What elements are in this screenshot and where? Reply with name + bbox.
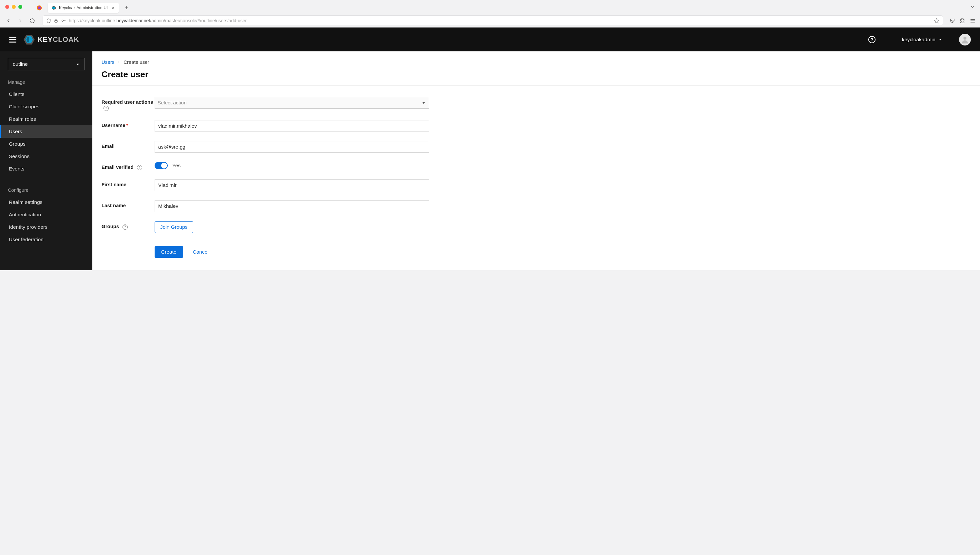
username-label: keycloakadmin: [902, 37, 935, 43]
sidebar: outline Manage Clients Client scopes Rea…: [0, 51, 92, 270]
nav-label: Client scopes: [9, 104, 39, 109]
user-menu[interactable]: keycloakadmin: [902, 37, 942, 43]
breadcrumb-current: Create user: [124, 59, 149, 65]
keycloak-favicon-icon: [51, 5, 56, 10]
svg-point-1: [38, 6, 41, 10]
svg-point-17: [963, 36, 966, 39]
help-icon[interactable]: ?: [122, 225, 128, 230]
app-header: KEYCLOAK ? keycloakadmin: [0, 27, 980, 51]
window-maximize-button[interactable]: [18, 5, 22, 9]
nav-client-scopes[interactable]: Client scopes: [0, 101, 92, 113]
forward-button[interactable]: [16, 17, 24, 24]
select-placeholder: Select action: [158, 100, 187, 106]
breadcrumb-users-link[interactable]: Users: [101, 59, 114, 65]
nav-users[interactable]: Users: [0, 125, 92, 138]
brand-logo[interactable]: KEYCLOAK: [24, 35, 79, 45]
help-icon[interactable]: ?: [137, 165, 142, 170]
svg-marker-9: [934, 18, 939, 23]
tab-title: Keycloak Administration UI: [59, 6, 108, 10]
svg-marker-18: [77, 64, 79, 65]
join-groups-button[interactable]: Join Groups: [154, 221, 193, 233]
url-bar[interactable]: https://keycloak.outline.heyvaldemar.net…: [43, 15, 943, 26]
caret-down-icon: [76, 63, 80, 66]
shield-icon: [46, 18, 51, 23]
hamburger-menu-button[interactable]: [9, 37, 16, 43]
help-icon[interactable]: ?: [868, 36, 875, 43]
breadcrumb: Users Create user: [101, 59, 971, 65]
nav-label: Groups: [9, 141, 26, 147]
nav-label: Users: [9, 128, 22, 134]
label-email-verified: Email verified ?: [101, 162, 154, 170]
label-required-actions: Required user actions ?: [101, 97, 154, 111]
url-text: https://keycloak.outline.heyvaldemar.net…: [69, 18, 931, 23]
reload-button[interactable]: [28, 17, 36, 24]
svg-marker-19: [423, 102, 425, 104]
pocket-icon[interactable]: [949, 18, 955, 24]
email-input[interactable]: [154, 141, 429, 153]
cancel-button[interactable]: Cancel: [189, 246, 212, 258]
nav-identity-providers[interactable]: Identity providers: [0, 221, 92, 233]
new-tab-button[interactable]: +: [122, 5, 132, 11]
app-menu-icon[interactable]: [970, 18, 975, 24]
nav-realm-settings[interactable]: Realm settings: [0, 196, 92, 209]
window-minimize-button[interactable]: [12, 5, 16, 9]
label-email: Email: [101, 141, 154, 149]
nav-label: Events: [9, 166, 24, 172]
divider: [92, 85, 980, 86]
bookmark-star-icon[interactable]: [934, 18, 940, 24]
tabs-dropdown-icon[interactable]: [970, 5, 975, 9]
nav-user-federation[interactable]: User federation: [0, 233, 92, 246]
required-actions-select[interactable]: Select action: [154, 97, 429, 109]
last-name-input[interactable]: [154, 200, 429, 212]
svg-rect-4: [55, 20, 57, 22]
main-content: Users Create user Create user Required u…: [92, 51, 980, 270]
nav-realm-roles[interactable]: Realm roles: [0, 113, 92, 125]
nav-label: User federation: [9, 237, 43, 242]
browser-tab[interactable]: Keycloak Administration UI ×: [48, 3, 119, 13]
realm-name: outline: [13, 61, 28, 67]
label-username: Username*: [101, 120, 154, 128]
label-groups: Groups ?: [101, 221, 154, 230]
nav-events[interactable]: Events: [0, 163, 92, 175]
nav-label: Realm roles: [9, 116, 36, 122]
nav-label: Authentication: [9, 212, 41, 217]
nav-label: Realm settings: [9, 199, 43, 205]
first-name-input[interactable]: [154, 179, 429, 191]
nav-clients[interactable]: Clients: [0, 88, 92, 101]
brand-text: KEYCLOAK: [37, 35, 79, 44]
window-titlebar: Keycloak Administration UI × +: [0, 0, 980, 14]
nav-label: Identity providers: [9, 224, 48, 230]
tab-close-icon[interactable]: ×: [110, 5, 116, 11]
section-title-manage: Manage: [0, 75, 92, 88]
back-button[interactable]: [5, 17, 13, 24]
svg-point-5: [62, 20, 64, 22]
username-input[interactable]: [154, 120, 429, 132]
label-last-name: Last name: [101, 200, 154, 208]
section-title-configure: Configure: [0, 183, 92, 196]
chevron-right-icon: [117, 61, 120, 64]
nav-label: Sessions: [9, 154, 29, 159]
key-icon: [61, 18, 66, 23]
page-title: Create user: [101, 69, 971, 80]
nav-authentication[interactable]: Authentication: [0, 209, 92, 221]
window-close-button[interactable]: [5, 5, 9, 9]
keycloak-logo-icon: [24, 35, 35, 45]
nav-groups[interactable]: Groups: [0, 138, 92, 150]
label-first-name: First name: [101, 179, 154, 187]
email-verified-toggle[interactable]: [154, 162, 168, 169]
lock-icon: [54, 18, 58, 23]
help-icon[interactable]: ?: [103, 106, 109, 111]
firefox-icon: [36, 5, 43, 11]
extensions-icon[interactable]: [960, 18, 965, 24]
caret-down-icon: [939, 38, 942, 41]
realm-selector[interactable]: outline: [8, 58, 85, 71]
create-user-form: Required user actions ? Select action: [101, 97, 429, 258]
caret-down-icon: [422, 101, 425, 105]
toggle-value-label: Yes: [172, 163, 180, 168]
svg-marker-16: [940, 39, 942, 40]
browser-toolbar: https://keycloak.outline.heyvaldemar.net…: [0, 14, 980, 27]
create-button[interactable]: Create: [154, 246, 183, 258]
avatar[interactable]: [959, 34, 971, 45]
nav-label: Clients: [9, 91, 24, 97]
nav-sessions[interactable]: Sessions: [0, 150, 92, 163]
